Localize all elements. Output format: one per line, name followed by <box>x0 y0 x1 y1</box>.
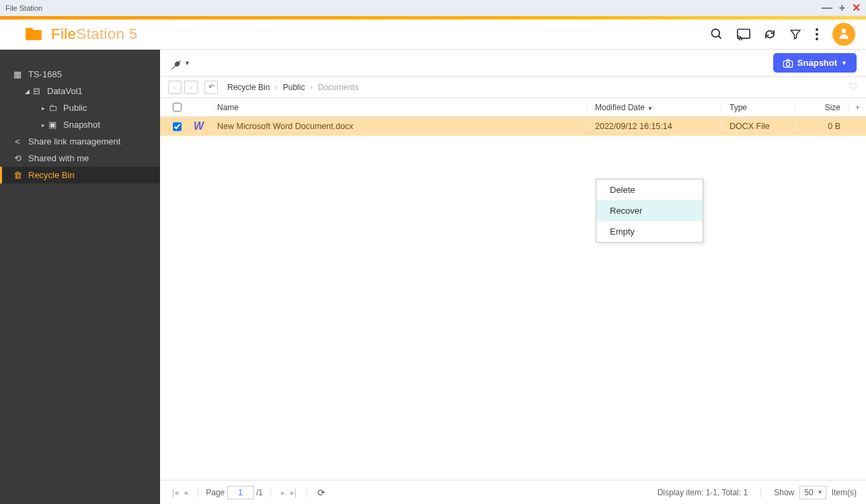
sidebar-shared-with-me[interactable]: ⟲ Shared with me <box>0 150 160 167</box>
snapshot-button[interactable]: Snapshot ▼ <box>773 53 857 73</box>
chevron-right-icon[interactable]: ▸ <box>39 105 47 112</box>
col-type[interactable]: Type <box>721 103 795 112</box>
app-title-bold: File <box>51 26 76 42</box>
filter-icon[interactable] <box>789 28 801 40</box>
host-icon: ▦ <box>12 69 23 79</box>
sidebar-snapshot[interactable]: ▸ ▣ Snapshot <box>0 116 160 133</box>
sidebar-recycle-label: Recycle Bin <box>28 170 75 180</box>
file-type: DOCX File <box>721 122 795 131</box>
sidebar-volume-label: DataVol1 <box>47 86 83 96</box>
row-checkbox[interactable] <box>173 122 182 131</box>
page-first-button[interactable]: |◂ <box>172 488 178 497</box>
close-button[interactable]: ✕ <box>852 1 861 14</box>
context-menu: Delete Recover Empty <box>596 179 703 243</box>
svg-point-7 <box>786 62 789 65</box>
window-controls: — + ✕ <box>822 1 861 14</box>
table-row[interactable]: W New Microsoft Word Document.docx 2022/… <box>160 117 866 136</box>
sidebar-root-label: TS-1685 <box>28 69 62 79</box>
crumb-1[interactable]: Public <box>283 83 305 92</box>
pager: |◂ ◂ | Page /1 | ▸ ▸| | ⟳ Display item: … <box>160 480 866 504</box>
ctx-recover[interactable]: Recover <box>596 200 703 221</box>
app-title: FileStation 5 <box>51 26 138 43</box>
nav-up-button[interactable]: ↶ <box>204 81 218 94</box>
sidebar-share-label: Share link management <box>28 136 120 146</box>
window-title: File Station <box>5 4 822 12</box>
sync-icon: ⟲ <box>12 153 23 163</box>
ctx-empty[interactable]: Empty <box>596 221 703 242</box>
col-name[interactable]: Name <box>214 103 586 112</box>
trash-icon: 🗑 <box>12 170 23 180</box>
snapshot-label: Snapshot <box>797 58 837 68</box>
svg-point-3 <box>816 28 818 31</box>
svg-point-0 <box>712 30 720 38</box>
folder-icon <box>26 26 43 43</box>
svg-point-4 <box>816 33 818 36</box>
page-input[interactable] <box>227 486 254 499</box>
sidebar-snapshot-label: Snapshot <box>63 120 100 130</box>
page-prev-button[interactable]: ◂ <box>184 488 188 497</box>
chevron-down-icon: ▼ <box>841 60 847 67</box>
chevron-right-icon[interactable]: ▸ <box>39 122 47 128</box>
sidebar-public[interactable]: ▸ 🗀 Public <box>0 99 160 116</box>
folder-icon: 🗀 <box>47 103 58 113</box>
crumb-0[interactable]: Recycle Bin <box>227 83 270 92</box>
nav-back-button[interactable]: ‹ <box>168 81 182 94</box>
table-body: W New Microsoft Word Document.docx 2022/… <box>160 117 866 480</box>
display-status: Display item: 1-1, Total: 1 <box>658 488 748 497</box>
minimize-button[interactable]: — <box>822 2 832 14</box>
add-column-button[interactable]: + <box>849 103 866 112</box>
nav-forward-button[interactable]: › <box>184 81 198 94</box>
sidebar-share-link[interactable]: < Share link management <box>0 133 160 150</box>
file-modified: 2022/09/12 16:15:14 <box>586 122 721 131</box>
sidebar-public-label: Public <box>63 103 87 113</box>
page-size-select[interactable]: 50 <box>799 486 826 499</box>
main-panel: ▼ Snapshot ▼ ‹ › ↶ Recycle Bin › Public … <box>160 50 866 504</box>
toolbar: ▼ Snapshot ▼ <box>160 50 866 77</box>
svg-line-1 <box>719 36 721 39</box>
col-modified[interactable]: Modified Date▼ <box>586 103 721 112</box>
select-all-checkbox[interactable] <box>173 103 182 112</box>
breadcrumb-bar: ‹ › ↶ Recycle Bin › Public › Documents ♡ <box>160 77 866 98</box>
file-size: 0 B <box>795 122 849 131</box>
items-label: Item(s) <box>832 488 857 497</box>
show-label: Show <box>774 488 794 497</box>
breadcrumb: Recycle Bin › Public › Documents <box>227 83 358 92</box>
chevron-down-icon: ▼ <box>184 60 190 67</box>
sort-desc-icon: ▼ <box>647 106 653 112</box>
app-header: FileStation 5 <box>0 19 866 50</box>
file-type-icon: W <box>194 120 214 132</box>
chevron-right-icon: › <box>310 83 312 91</box>
titlebar: File Station — + ✕ <box>0 0 866 16</box>
tools-menu-button[interactable]: ▼ <box>169 57 190 69</box>
favorite-icon[interactable]: ♡ <box>849 81 858 93</box>
sidebar-root[interactable]: ▦ TS-1685 <box>0 66 160 83</box>
sidebar-shared-label: Shared with me <box>28 153 89 163</box>
chevron-down-icon[interactable]: ◢ <box>23 88 31 95</box>
sidebar-recycle-bin[interactable]: 🗑 Recycle Bin <box>0 167 160 183</box>
refresh-icon[interactable] <box>764 28 776 40</box>
maximize-button[interactable]: + <box>839 2 845 14</box>
search-icon[interactable] <box>710 28 723 41</box>
share-icon: < <box>12 136 23 146</box>
user-avatar[interactable] <box>832 23 855 46</box>
sidebar-volume[interactable]: ◢ ⊟ DataVol1 <box>0 83 160 99</box>
table-header: Name Modified Date▼ Type Size + <box>160 98 866 117</box>
page-next-button[interactable]: ▸ <box>281 488 285 497</box>
page-label: Page <box>206 488 225 497</box>
more-icon[interactable] <box>815 28 819 41</box>
file-name: New Microsoft Word Document.docx <box>214 122 586 131</box>
sidebar: ▦ TS-1685 ◢ ⊟ DataVol1 ▸ 🗀 Public ▸ ▣ Sn… <box>0 50 160 504</box>
app-title-thin: Station 5 <box>76 26 137 42</box>
crumb-current: Documents <box>318 83 359 92</box>
col-size[interactable]: Size <box>795 103 849 112</box>
disk-icon: ⊟ <box>31 86 42 96</box>
snapshot-icon: ▣ <box>47 120 58 130</box>
refresh-icon[interactable]: ⟳ <box>317 487 325 498</box>
ctx-delete[interactable]: Delete <box>596 179 703 200</box>
svg-point-5 <box>816 38 818 40</box>
chevron-right-icon: › <box>275 83 277 91</box>
page-total: /1 <box>256 488 263 497</box>
page-last-button[interactable]: ▸| <box>290 488 297 497</box>
cast-icon[interactable] <box>737 28 750 40</box>
